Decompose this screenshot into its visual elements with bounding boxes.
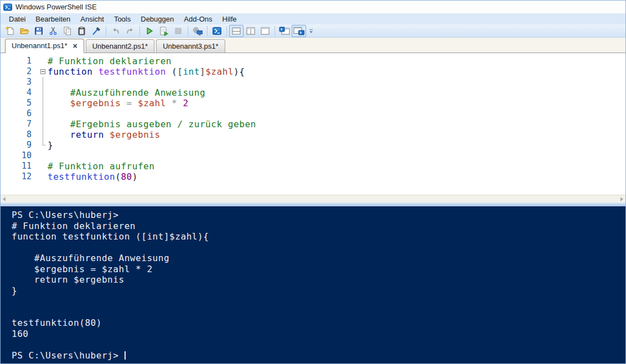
console-pane[interactable]: PS C:\Users\huberj># Funktion deklariere… [1, 206, 625, 363]
minus-glyph [42, 71, 44, 72]
cut-button[interactable] [46, 25, 60, 37]
fold-guide-line [43, 119, 43, 129]
menu-item-add-ons[interactable]: Add-Ons [179, 14, 217, 24]
stop-operation-icon [173, 26, 183, 36]
editor-line: 4 #Auszuführende Anweisung [1, 87, 625, 98]
toolbar-group [108, 25, 137, 37]
menu-item-hilfe[interactable]: Hilfe [218, 14, 242, 24]
fold-gutter [32, 150, 48, 161]
fold-gutter-mid [32, 129, 48, 140]
script-editor-pane[interactable]: 1# Funktion deklarieren2function testfun… [1, 53, 625, 195]
app-icon [3, 3, 12, 12]
menu-bar: DateiBearbeitenAnsichtToolsDebuggenAdd-O… [1, 13, 625, 24]
save-script-icon [34, 26, 44, 36]
show-console-pane-button[interactable] [292, 25, 306, 37]
menu-item-debuggen[interactable]: Debuggen [136, 14, 179, 24]
window-title: Windows PowerShell ISE [15, 3, 97, 11]
tab-close-icon[interactable]: × [73, 43, 77, 49]
line-number: 12 [1, 171, 32, 182]
run-selection-button[interactable] [157, 25, 171, 37]
fold-gutter-mid [32, 119, 48, 129]
undo-icon [111, 26, 121, 36]
line-number: 5 [1, 98, 32, 108]
console-line: return $ergebnis [12, 274, 625, 285]
toolbar-separator [106, 26, 106, 36]
toolbar-group [3, 25, 104, 37]
editor-line: 12testfunktion(80) [1, 171, 625, 182]
new-powershell-tab-button[interactable] [277, 25, 292, 37]
clear-console-pane-icon [91, 26, 101, 36]
run-script-button[interactable] [142, 25, 157, 37]
menu-item-datei[interactable]: Datei [4, 14, 30, 24]
console-line: PS C:\Users\huberj> [12, 350, 625, 361]
line-number: 3 [1, 77, 32, 87]
script-tab-1[interactable]: Unbenannt1.ps1*× [5, 39, 84, 53]
toolbar-group [277, 25, 306, 37]
pane-splitter[interactable] [1, 202, 625, 206]
toolbar-group [210, 25, 224, 37]
show-script-pane-top-icon [231, 26, 241, 36]
start-powershell-exe-button[interactable] [210, 25, 224, 37]
script-tab-2[interactable]: Unbenannt2.ps1* [86, 39, 154, 53]
editor-hscrollbar[interactable] [1, 195, 625, 202]
fold-gutter-mid [32, 98, 48, 108]
editor-line: 1# Funktion deklarieren [1, 56, 625, 66]
fold-gutter-mid [32, 87, 48, 98]
editor-line: 5 $ergebnis = $zahl * 2 [1, 98, 625, 108]
new-remote-powershell-tab-button[interactable] [190, 25, 205, 37]
toolbar-separator [226, 26, 227, 36]
fold-guide-line [43, 129, 43, 140]
show-script-pane-right-button[interactable] [244, 25, 258, 37]
open-script-button[interactable] [17, 25, 32, 37]
code-text: $ergebnis = $zahl * 2 [48, 98, 189, 108]
menu-item-bearbeiten[interactable]: Bearbeiten [30, 14, 75, 24]
tab-strip: Unbenannt1.ps1*×Unbenannt2.ps1*Unbenannt… [1, 38, 625, 53]
fold-gutter-mid [32, 77, 48, 87]
fold-guide-end [43, 140, 46, 145]
show-script-pane-top-button[interactable] [229, 25, 244, 37]
collapse-region-icon[interactable] [40, 69, 45, 74]
line-number: 1 [1, 56, 32, 66]
undo-button[interactable] [108, 25, 123, 37]
code-text: # Funktion aufrufen [48, 161, 154, 171]
fold-gutter-end [32, 140, 48, 150]
toolbar-options-icon[interactable] [307, 25, 315, 37]
toolbar-separator [188, 26, 188, 36]
paste-button[interactable] [75, 25, 89, 37]
menu-item-ansicht[interactable]: Ansicht [75, 14, 109, 24]
console-line [12, 307, 625, 318]
code-text: return $ergebnis [48, 129, 161, 140]
new-script-button[interactable] [3, 25, 17, 37]
scroll-right-icon[interactable] [620, 197, 623, 201]
new-script-icon [5, 26, 15, 36]
console-line: PS C:\Users\huberj> [12, 210, 625, 221]
fold-guide-line [43, 98, 43, 108]
editor-line: 11# Funktion aufrufen [1, 161, 625, 171]
code-text: # Funktion deklarieren [48, 56, 172, 66]
clear-console-pane-button[interactable] [89, 25, 104, 37]
fold-guide-line [43, 87, 43, 98]
show-script-pane-maximized-button[interactable] [258, 25, 272, 37]
script-tab-3[interactable]: Unbenannt3.ps1* [156, 39, 225, 53]
redo-button[interactable] [123, 25, 137, 37]
fold-gutter [32, 171, 48, 182]
toolbar-group [190, 25, 205, 37]
save-script-button[interactable] [32, 25, 46, 37]
toolbar-group [142, 25, 185, 37]
scroll-left-icon[interactable] [3, 197, 6, 201]
tab-label: Unbenannt3.ps1* [163, 42, 218, 50]
redo-icon [125, 26, 135, 36]
line-number: 10 [1, 150, 32, 161]
fold-guide-line [43, 77, 43, 87]
stop-operation-button[interactable] [171, 25, 185, 37]
fold-gutter-start[interactable] [32, 66, 48, 77]
fold-gutter-mid [32, 108, 48, 119]
line-number: 6 [1, 108, 32, 119]
menu-item-tools[interactable]: Tools [109, 14, 136, 24]
copy-button[interactable] [60, 25, 75, 37]
line-number: 7 [1, 119, 32, 129]
editor-line: 8 return $ergebnis [1, 129, 625, 140]
new-remote-powershell-tab-icon [192, 26, 203, 36]
line-number: 8 [1, 129, 32, 140]
show-script-pane-right-icon [246, 26, 256, 36]
